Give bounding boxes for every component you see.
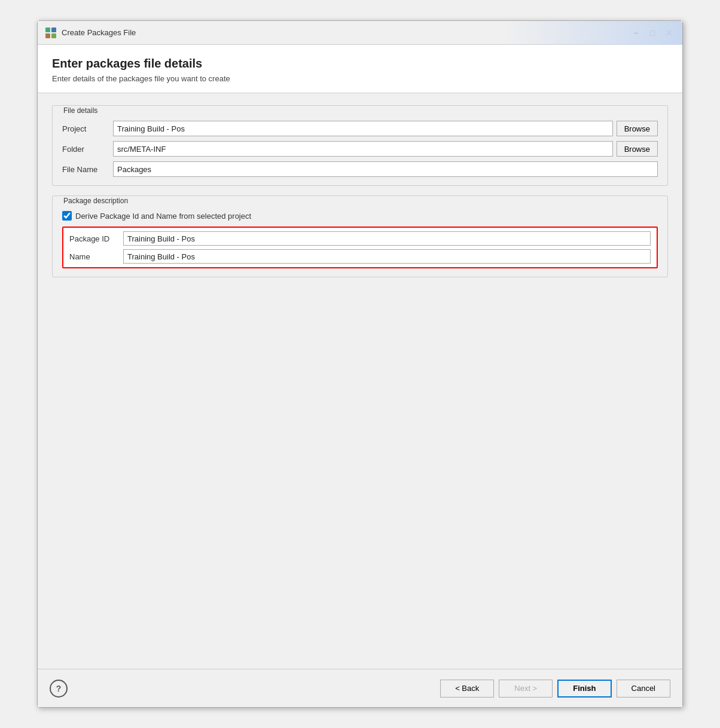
package-name-label: Name xyxy=(69,252,123,261)
maximize-button[interactable]: □ xyxy=(646,27,658,39)
folder-label: Folder xyxy=(62,145,113,154)
main-content: File details Project Browse Folder Brows… xyxy=(38,93,682,669)
app-icon xyxy=(45,27,57,39)
back-button[interactable]: < Back xyxy=(440,680,494,698)
finish-button[interactable]: Finish xyxy=(557,680,611,698)
filename-label: File Name xyxy=(62,165,113,174)
close-button[interactable]: ✕ xyxy=(663,27,675,39)
file-details-section: File details Project Browse Folder Brows… xyxy=(52,105,668,186)
title-bar-left: Create Packages File xyxy=(45,27,136,39)
svg-rect-3 xyxy=(51,33,56,38)
derive-checkbox-row: Derive Package Id and Name from selected… xyxy=(62,211,658,221)
dialog-window: Create Packages File − □ ✕ Enter package… xyxy=(37,20,683,708)
title-bar-controls: − □ ✕ xyxy=(630,27,675,39)
package-id-name-box: Package ID Name xyxy=(62,227,658,268)
filename-input[interactable] xyxy=(113,161,658,177)
help-button[interactable]: ? xyxy=(50,680,68,698)
cancel-button[interactable]: Cancel xyxy=(617,680,670,698)
package-description-legend: Package description xyxy=(60,197,132,205)
package-description-section: Package description Derive Package Id an… xyxy=(52,195,668,277)
package-id-row: Package ID xyxy=(69,231,651,246)
svg-rect-1 xyxy=(51,27,56,32)
page-title: Enter packages file details xyxy=(52,57,668,71)
project-input[interactable] xyxy=(113,121,613,136)
title-bar: Create Packages File − □ ✕ xyxy=(38,21,682,45)
next-button[interactable]: Next > xyxy=(499,680,553,698)
page-subtitle: Enter details of the packages file you w… xyxy=(52,74,668,83)
project-browse-button[interactable]: Browse xyxy=(617,121,658,136)
project-row: Project Browse xyxy=(62,121,658,136)
derive-checkbox-label: Derive Package Id and Name from selected… xyxy=(75,212,251,221)
folder-browse-button[interactable]: Browse xyxy=(617,141,658,157)
folder-row: Folder Browse xyxy=(62,141,658,157)
package-name-row: Name xyxy=(69,249,651,264)
filename-row: File Name xyxy=(62,161,658,177)
file-details-legend: File details xyxy=(60,106,101,115)
package-name-input[interactable] xyxy=(123,249,651,264)
package-id-label: Package ID xyxy=(69,234,123,243)
minimize-button[interactable]: − xyxy=(630,27,642,39)
derive-checkbox[interactable] xyxy=(62,211,72,221)
svg-rect-2 xyxy=(45,33,50,38)
dialog-footer: ? < Back Next > Finish Cancel xyxy=(38,669,682,707)
file-details-body: Project Browse Folder Browse File Name xyxy=(53,115,667,185)
folder-input[interactable] xyxy=(113,141,613,157)
window-title: Create Packages File xyxy=(62,28,136,37)
svg-rect-0 xyxy=(45,27,50,32)
project-label: Project xyxy=(62,124,113,133)
header-area: Enter packages file details Enter detail… xyxy=(38,45,682,93)
package-id-input[interactable] xyxy=(123,231,651,246)
package-description-body: Derive Package Id and Name from selected… xyxy=(53,205,667,277)
